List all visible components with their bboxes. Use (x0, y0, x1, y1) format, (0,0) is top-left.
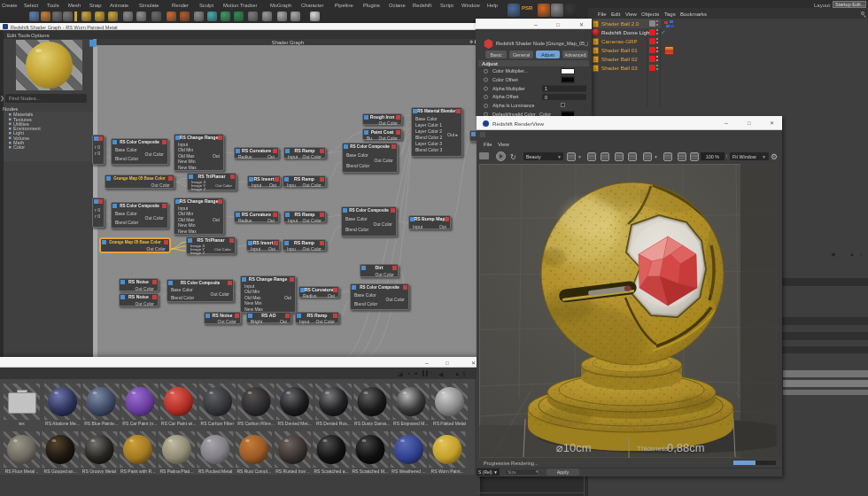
svg-text:Thickness: Thickness (637, 445, 669, 453)
svg-text:⌀10cm: ⌀10cm (556, 441, 592, 454)
svg-text:0,88cm: 0,88cm (667, 441, 705, 454)
